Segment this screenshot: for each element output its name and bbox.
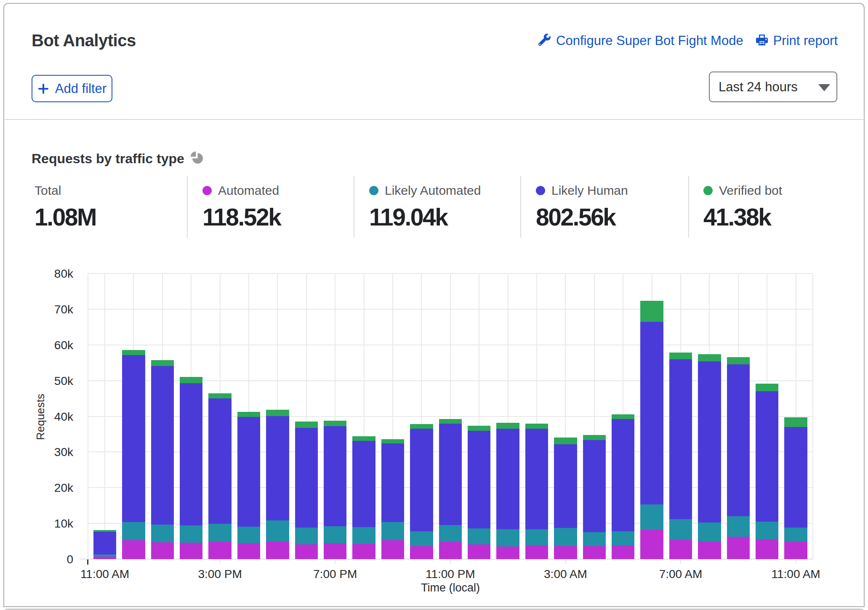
svg-text:20k: 20k: [54, 481, 74, 494]
svg-text:80k: 80k: [54, 267, 74, 280]
svg-text:7:00 AM: 7:00 AM: [659, 568, 703, 581]
svg-text:3:00 PM: 3:00 PM: [198, 568, 242, 581]
svg-text:11:00 PM: 11:00 PM: [426, 568, 475, 581]
svg-text:50k: 50k: [54, 374, 74, 387]
svg-text:60k: 60k: [54, 339, 74, 352]
svg-text:Time (local): Time (local): [421, 581, 480, 594]
svg-text:Requests: Requests: [34, 394, 47, 440]
svg-text:11:00 AM: 11:00 AM: [771, 568, 820, 581]
svg-text:7:00 PM: 7:00 PM: [313, 568, 357, 581]
svg-text:30k: 30k: [54, 446, 74, 459]
svg-text:0: 0: [67, 553, 73, 566]
svg-text:70k: 70k: [54, 303, 74, 316]
svg-text:3:00 AM: 3:00 AM: [544, 568, 587, 581]
svg-text:11:00 AM: 11:00 AM: [80, 568, 129, 581]
svg-text:40k: 40k: [54, 410, 74, 423]
svg-text:10k: 10k: [54, 517, 74, 530]
